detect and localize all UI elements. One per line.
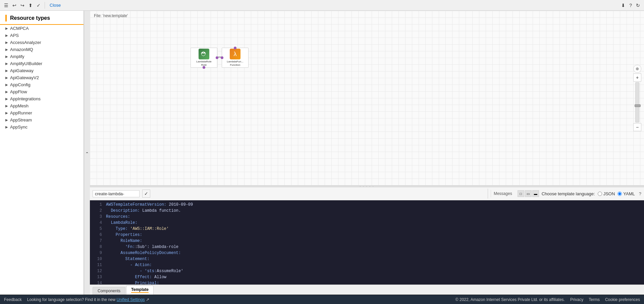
tab-template[interactable]: Template (126, 286, 154, 295)
code-line-10: 10 Statement: (90, 256, 644, 262)
port-left-func[interactable] (221, 56, 223, 59)
line-number: 4 (93, 220, 102, 226)
sidebar-item-aps[interactable]: ▶APS (0, 32, 84, 39)
zoom-out-button[interactable]: − (633, 123, 641, 131)
check-icon: ✓ (37, 3, 41, 8)
main-layout: Resource types ▶ACMPCA▶APS▶AccessAnalyze… (0, 11, 644, 295)
code-editor[interactable]: 1AWSTemplateFormatVersion: 2010-09-092 D… (90, 200, 644, 285)
panel-expand-button[interactable]: □ (518, 190, 524, 197)
bottom-panel: ✓ Messages □ ▭ ▬ Choose template languag… (90, 187, 644, 295)
line-content: - Action: (106, 262, 152, 268)
sidebar-arrow: ▶ (5, 118, 8, 122)
sidebar-arrow: ▶ (5, 34, 8, 37)
sidebar-title: Resource types (10, 15, 50, 21)
yaml-radio-label[interactable]: YAML (618, 191, 635, 196)
node-lambda-role[interactable]: ⛑ LambdaRoleRole (191, 48, 217, 68)
sidebar-item-amplify[interactable]: ▶Amplify (0, 53, 84, 60)
right-panel: File: 'new.template' ⛑ LambdaRoleRole (90, 11, 644, 295)
json-label: JSON (603, 191, 615, 196)
sidebar-item-appconfig[interactable]: ▶AppConfig (0, 81, 84, 88)
compass-icon[interactable]: ⊕ (633, 65, 641, 73)
line-number: 6 (93, 232, 102, 238)
line-content: Statement: (106, 256, 150, 262)
zoom-in-button[interactable]: + (633, 73, 641, 82)
sidebar-list[interactable]: ▶ACMPCA▶APS▶AccessAnalyzer▶AmazonMQ▶Ampl… (0, 25, 84, 295)
line-content: AssumeRolePolicyDocument: (106, 250, 181, 256)
sidebar-item-amazonmq[interactable]: ▶AmazonMQ (0, 46, 84, 53)
line-number: 9 (93, 250, 102, 256)
lang-help-icon[interactable]: ? (639, 191, 641, 196)
line-number: 10 (93, 256, 102, 262)
code-line-3: 3Resources: (90, 214, 644, 220)
sidebar-item-accessanalyzer[interactable]: ▶AccessAnalyzer (0, 39, 84, 46)
line-content: Description: Lambda function. (106, 208, 181, 214)
refresh-button[interactable]: ↻ (635, 2, 641, 9)
sidebar-item-appintegrations[interactable]: ▶AppIntegrations (0, 95, 84, 102)
lambda-role-icon: ⛑ (199, 49, 209, 59)
json-radio-label[interactable]: JSON (598, 191, 615, 196)
help-icon: ? (629, 3, 632, 8)
code-line-13: 13 Effect: Allow (90, 274, 644, 280)
feedback-link[interactable]: Feedback (4, 297, 22, 302)
download-button[interactable]: ⬇ (620, 2, 627, 9)
yaml-radio[interactable] (618, 192, 622, 196)
port-top-func[interactable] (234, 47, 236, 49)
code-line-8: 8 'Fn::Sub': lambda-role (90, 244, 644, 250)
sidebar-item-acmpca[interactable]: ▶ACMPCA (0, 25, 84, 32)
menu-button[interactable]: ☰ (3, 2, 10, 9)
sidebar-collapse-button[interactable]: ‹ (84, 11, 90, 295)
node-lambda-function[interactable]: λ LambdaFun...Function (222, 48, 249, 68)
upload-button[interactable]: ⬆ (27, 2, 34, 9)
cookies-link[interactable]: Cookie preferences (605, 297, 640, 302)
code-line-6: 6 Properties: (90, 232, 644, 238)
template-name-input[interactable] (93, 190, 140, 197)
canvas-grid[interactable]: File: 'new.template' ⛑ LambdaRoleRole (90, 11, 644, 185)
sidebar: Resource types ▶ACMPCA▶APS▶AccessAnalyze… (0, 11, 84, 295)
status-bar-right: © 2022, Amazon Internet Services Private… (455, 297, 640, 302)
undo-button[interactable]: ↩ (11, 2, 18, 9)
port-right-role[interactable] (216, 56, 218, 59)
line-content: RoleName: (106, 238, 142, 244)
messages-panel-label[interactable]: Messages (491, 190, 515, 197)
port-bottom-role[interactable] (203, 66, 205, 69)
validate-button[interactable]: ✓ (142, 190, 150, 198)
lambda-func-label: LambdaFun...Function (227, 60, 243, 66)
bottom-toolbar: ✓ Messages □ ▭ ▬ Choose template languag… (90, 187, 644, 200)
code-line-5: 5 Type: 'AWS::IAM::Role' (90, 226, 644, 232)
sidebar-item-amplifyuibuilder[interactable]: ▶AmplifyUIBuilder (0, 60, 84, 67)
sidebar-accent-bar (5, 15, 7, 21)
code-line-1: 1AWSTemplateFormatVersion: 2010-09-09 (90, 202, 644, 208)
code-line-2: 2 Description: Lambda function. (90, 208, 644, 214)
sidebar-arrow: ▶ (5, 111, 8, 115)
sidebar-arrow: ▶ (5, 125, 8, 129)
refresh-icon: ↻ (636, 3, 640, 8)
zoom-slider[interactable] (635, 82, 639, 122)
sidebar-arrow: ▶ (5, 97, 8, 101)
code-line-11: 11 - Action: (90, 262, 644, 268)
privacy-link[interactable]: Privacy (570, 297, 583, 302)
sidebar-arrow: ▶ (5, 83, 8, 87)
check-button[interactable]: ✓ (35, 2, 42, 9)
close-button[interactable]: Close (48, 2, 63, 8)
line-number: 14 (93, 280, 102, 285)
terms-link[interactable]: Terms (589, 297, 600, 302)
line-content: Effect: Allow (106, 274, 166, 280)
sidebar-item-apprunner[interactable]: ▶AppRunner (0, 109, 84, 116)
sidebar-header: Resource types (0, 11, 84, 25)
sidebar-item-appstream[interactable]: ▶AppStream (0, 116, 84, 123)
tab-components[interactable]: Components (93, 287, 125, 295)
zoom-handle[interactable] (635, 104, 641, 107)
sidebar-item-apigatewayv2[interactable]: ▶ApiGatewayV2 (0, 74, 84, 81)
sidebar-item-apigateway[interactable]: ▶ApiGateway (0, 67, 84, 74)
sidebar-item-appsync[interactable]: ▶AppSync (0, 123, 84, 131)
redo-button[interactable]: ↪ (19, 2, 26, 9)
sidebar-arrow: ▶ (5, 55, 8, 58)
json-radio[interactable] (598, 192, 602, 196)
panel-collapse-button[interactable]: ▬ (532, 190, 539, 197)
sidebar-item-appmesh[interactable]: ▶AppMesh (0, 102, 84, 109)
panel-half-button[interactable]: ▭ (525, 190, 532, 197)
help-button[interactable]: ? (628, 2, 633, 9)
unified-settings-link[interactable]: Unified Settings (117, 297, 145, 302)
sidebar-item-appflow[interactable]: ▶AppFlow (0, 88, 84, 95)
status-text: Looking for language selection? Find it … (27, 297, 116, 302)
